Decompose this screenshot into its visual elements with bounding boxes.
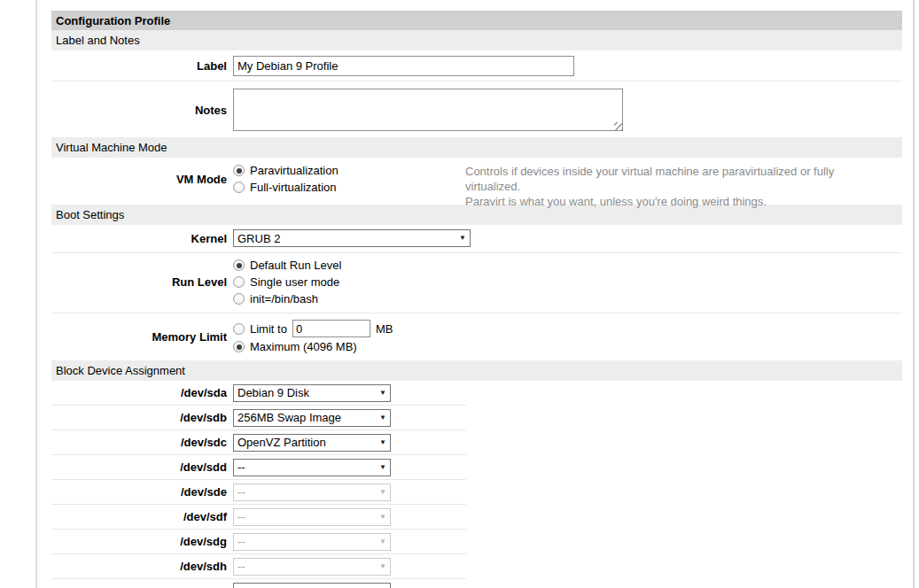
- initrd-select[interactable]: -- No initrd -- ▼: [233, 583, 391, 588]
- device-select-sdf: -- ▼: [233, 508, 391, 526]
- window-right-border: [913, 0, 915, 588]
- radio-init-bash[interactable]: [233, 293, 245, 305]
- device-label-sda: /dev/sda: [51, 386, 233, 399]
- device-select-sdd-value: --: [238, 460, 245, 474]
- section-heading-label-and-notes: Label and Notes: [51, 30, 902, 50]
- device-select-sdb-value: 256MB Swap Image: [238, 411, 341, 424]
- device-select-sda[interactable]: Debian 9 Disk ▼: [233, 384, 391, 402]
- kernel-label: Kernel: [51, 232, 233, 245]
- dropdown-arrow-icon: ▼: [379, 514, 386, 521]
- device-label-sdh: /dev/sdh: [51, 560, 233, 573]
- dropdown-arrow-icon: ▼: [379, 390, 386, 397]
- memory-limit-option-maximum[interactable]: Maximum (4096 MB): [233, 338, 393, 355]
- notes-textarea[interactable]: [233, 89, 623, 131]
- vm-mode-help-text: Controls if devices inside your virtual …: [465, 164, 891, 209]
- run-level-option-default[interactable]: Default Run Level: [233, 257, 341, 274]
- run-level-option-init-bash[interactable]: init=/bin/bash: [233, 290, 341, 307]
- page-left-border: [35, 0, 37, 588]
- radio-full-virtualization[interactable]: [233, 182, 245, 193]
- radio-paravirtualization-label[interactable]: Paravirtualization: [250, 164, 339, 177]
- vm-mode-option-paravirtualization[interactable]: Paravirtualization: [233, 162, 339, 179]
- device-label-sdd: /dev/sdd: [51, 460, 233, 474]
- label-field-label: Label: [51, 59, 233, 73]
- dropdown-arrow-icon: ▼: [379, 563, 386, 570]
- dropdown-arrow-icon: ▼: [379, 439, 386, 446]
- memory-limit-row: Memory Limit Limit to MB Maximum (4096 M…: [51, 313, 902, 360]
- device-select-sdb[interactable]: 256MB Swap Image ▼: [233, 409, 391, 427]
- device-label-sdg: /dev/sdg: [51, 535, 233, 548]
- memory-limit-label: Memory Limit: [51, 330, 233, 344]
- initrd-select-value: -- No initrd --: [238, 585, 302, 588]
- device-row-sdg: /dev/sdg -- ▼: [51, 530, 466, 554]
- dropdown-arrow-icon: ▼: [459, 235, 466, 242]
- radio-maximum-label[interactable]: Maximum (4096 MB): [250, 340, 357, 353]
- vm-mode-label: VM Mode: [51, 173, 233, 186]
- radio-limit-to-label[interactable]: Limit to: [250, 322, 287, 336]
- kernel-row: Kernel GRUB 2 ▼: [51, 225, 902, 253]
- dropdown-arrow-icon: ▼: [379, 489, 386, 496]
- notes-field-row: Notes: [51, 81, 902, 137]
- memory-limit-option-limit[interactable]: Limit to MB: [233, 319, 393, 338]
- memory-limit-unit: MB: [376, 322, 393, 336]
- device-select-sde-value: --: [238, 485, 245, 499]
- dropdown-arrow-icon: ▼: [379, 464, 386, 471]
- section-heading-block-devices: Block Device Assignment: [51, 360, 902, 381]
- notes-field-label: Notes: [51, 104, 233, 117]
- device-select-sdc[interactable]: OpenVZ Partition ▼: [233, 434, 391, 452]
- device-select-sdg: -- ▼: [233, 533, 391, 551]
- device-row-sde: /dev/sde -- ▼: [51, 480, 466, 505]
- device-label-sde: /dev/sde: [51, 485, 233, 499]
- device-label-sdf: /dev/sdf: [51, 510, 233, 523]
- vm-mode-option-full-virtualization[interactable]: Full-virtualization: [233, 179, 339, 196]
- memory-limit-input[interactable]: [292, 320, 370, 337]
- device-select-sdh-value: --: [238, 560, 245, 573]
- device-select-sde: -- ▼: [233, 484, 391, 501]
- radio-single-user-mode-label[interactable]: Single user mode: [250, 275, 339, 289]
- radio-paravirtualization[interactable]: [233, 165, 245, 176]
- radio-default-run-level[interactable]: [233, 259, 245, 271]
- label-field-row: Label: [51, 50, 902, 81]
- radio-limit-to[interactable]: [233, 323, 245, 335]
- device-label-initrd: initrd: [51, 585, 233, 588]
- radio-single-user-mode[interactable]: [233, 276, 245, 288]
- section-heading-vm-mode: Virtual Machine Mode: [51, 137, 902, 158]
- label-input[interactable]: [233, 56, 574, 76]
- resize-grip-icon[interactable]: [614, 122, 622, 130]
- radio-maximum[interactable]: [233, 341, 245, 352]
- page-title: Configuration Profile: [51, 11, 902, 30]
- device-row-initrd: initrd -- No initrd -- ▼: [51, 579, 466, 588]
- run-level-row: Run Level Default Run Level Single user …: [51, 253, 902, 313]
- run-level-option-single-user[interactable]: Single user mode: [233, 274, 341, 290]
- device-row-sdd: /dev/sdd -- ▼: [51, 455, 466, 480]
- device-select-sdf-value: --: [238, 510, 245, 523]
- vm-mode-row: VM Mode Paravirtualization Full-virtuali…: [51, 158, 902, 205]
- radio-init-bash-label[interactable]: init=/bin/bash: [250, 292, 318, 306]
- configuration-profile-form: Configuration Profile Label and Notes La…: [51, 11, 902, 588]
- device-select-sdg-value: --: [238, 535, 245, 548]
- device-select-sdc-value: OpenVZ Partition: [238, 436, 326, 449]
- device-select-sda-value: Debian 9 Disk: [238, 386, 309, 399]
- device-select-sdd[interactable]: -- ▼: [233, 459, 391, 476]
- device-select-sdh: -- ▼: [233, 558, 391, 576]
- device-label-sdc: /dev/sdc: [51, 436, 233, 449]
- radio-default-run-level-label[interactable]: Default Run Level: [250, 259, 341, 272]
- kernel-select-value: GRUB 2: [238, 232, 280, 245]
- run-level-label: Run Level: [51, 275, 233, 289]
- device-row-sdc: /dev/sdc OpenVZ Partition ▼: [51, 430, 466, 455]
- device-row-sdh: /dev/sdh -- ▼: [51, 554, 466, 579]
- device-row-sdf: /dev/sdf -- ▼: [51, 505, 466, 530]
- dropdown-arrow-icon: ▼: [379, 538, 386, 545]
- device-row-sda: /dev/sda Debian 9 Disk ▼: [51, 381, 466, 406]
- radio-full-virtualization-label[interactable]: Full-virtualization: [250, 181, 337, 194]
- dropdown-arrow-icon: ▼: [379, 414, 386, 422]
- kernel-select[interactable]: GRUB 2 ▼: [233, 229, 471, 247]
- device-row-sdb: /dev/sdb 256MB Swap Image ▼: [51, 406, 466, 430]
- device-label-sdb: /dev/sdb: [51, 411, 233, 424]
